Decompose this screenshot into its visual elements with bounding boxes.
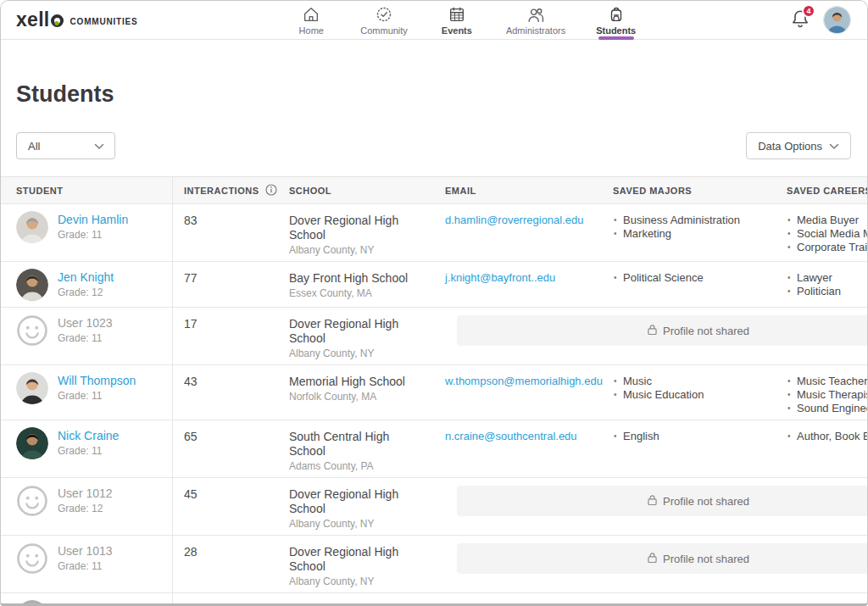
student-grade: Grade: 11: [58, 560, 113, 573]
student-email-link[interactable]: k.soto@rushmore.edu: [445, 603, 554, 606]
notification-count-badge: 4: [802, 4, 815, 18]
school-name: Dover Regional High School: [289, 487, 427, 516]
table-row: Devin Hamlin Grade: 11 83 Dover Regional…: [1, 204, 868, 262]
column-header-email: EMAIL: [434, 177, 602, 203]
column-header-label: INTERACTIONS: [184, 186, 259, 196]
lock-icon: [648, 552, 657, 566]
logo-suffix: COMMUNITIES: [70, 14, 138, 26]
toolbar: All Data Options: [16, 132, 851, 159]
student-grade: Grade: 12: [58, 503, 113, 515]
saved-majors-list: EngineeringBiomedical Engineering: [613, 603, 769, 606]
xello-logo[interactable]: xell COMMUNITIES: [16, 10, 138, 30]
column-header-school: SCHOOL: [278, 177, 434, 203]
list-item: Music Education: [613, 388, 769, 402]
student-email-link[interactable]: n.craine@southcentral.edu: [445, 430, 577, 442]
saved-majors-list: English: [613, 430, 769, 443]
nav-item-students[interactable]: Students: [596, 1, 636, 40]
column-header-saved-majors: SAVED MAJORS: [602, 177, 776, 203]
table-row: Jen Knight Grade: 12 77 Bay Front High S…: [1, 262, 868, 308]
student-email-link[interactable]: j.knight@bayfront..edu: [445, 271, 555, 284]
student-filter-dropdown[interactable]: All: [16, 132, 115, 159]
interactions-cell: 43: [173, 365, 278, 420]
school-name: Rushmore Academy: [289, 603, 427, 606]
student-cell: Devin Hamlin Grade: 11: [1, 204, 173, 261]
interactions-cell: 65: [173, 420, 278, 477]
profile-not-shared-cell: Profile not shared: [434, 536, 868, 592]
list-item: Business Administration: [613, 214, 769, 227]
student-grade: Grade: 11: [58, 390, 136, 403]
school-cell: Memorial High School Norfolk County, MA: [278, 365, 434, 420]
column-header-interactions: INTERACTIONS: [173, 177, 278, 203]
table-header-row: STUDENT INTERACTIONS SCHOOL EMAIL SAVED …: [1, 176, 868, 204]
student-name-link[interactable]: Kim Soto: [58, 602, 106, 606]
saved-careers-cell: Media BuyerSocial Media ManagerCorporate…: [776, 204, 868, 261]
student-email-link[interactable]: w.thompson@memorialhigh.edu: [445, 375, 603, 387]
student-name-link[interactable]: Jen Knight: [58, 270, 114, 285]
email-cell: d.hamlin@roverregional.edu: [434, 204, 602, 261]
top-navbar: xell COMMUNITIES Home Community Event: [1, 1, 867, 40]
school-cell: South Central High School Adams County, …: [278, 420, 434, 477]
profile-not-shared-cell: Profile not shared: [434, 308, 868, 364]
student-name: User 1023: [58, 316, 113, 331]
saved-careers-cell: Author, Book Editor: [776, 420, 868, 477]
list-item: Media Buyer: [787, 214, 868, 227]
school-location: Albany County, NY: [289, 244, 427, 257]
table-body: Devin Hamlin Grade: 11 83 Dover Regional…: [1, 204, 868, 606]
student-name-link[interactable]: Will Thompson: [58, 374, 136, 388]
student-email-link[interactable]: d.hamlin@roverregional.edu: [445, 214, 584, 226]
home-icon: [302, 5, 320, 24]
info-icon[interactable]: [265, 184, 277, 197]
list-item: Engineer: [787, 603, 868, 606]
saved-careers-cell: EngineerBiomedical EngineerDoctor: [776, 593, 868, 606]
student-avatar: [16, 372, 48, 404]
saved-majors-list: Business AdministrationMarketing: [613, 214, 769, 241]
nav-item-administrators[interactable]: Administrators: [506, 1, 565, 40]
nav-label: Home: [299, 25, 324, 36]
nav-label: Students: [596, 25, 636, 36]
data-options-label: Data Options: [758, 140, 822, 153]
student-avatar: [16, 427, 48, 459]
saved-majors-cell: Business AdministrationMarketing: [602, 204, 776, 261]
saved-majors-list: MusicMusic Education: [613, 375, 769, 402]
notifications-bell-icon[interactable]: 4: [791, 8, 810, 31]
email-cell: w.thompson@memorialhigh.edu: [434, 365, 602, 420]
student-grade: Grade: 11: [58, 332, 113, 345]
main-nav: Home Community Events Administrators: [138, 1, 792, 40]
nav-item-events[interactable]: Events: [438, 1, 476, 40]
school-name: South Central High School: [289, 430, 427, 459]
student-cell: User 1023 Grade: 11: [1, 308, 173, 364]
nav-item-community[interactable]: Community: [360, 1, 408, 40]
students-table: STUDENT INTERACTIONS SCHOOL EMAIL SAVED …: [1, 176, 868, 606]
school-cell: Dover Regional High School Albany County…: [278, 204, 434, 261]
saved-majors-cell: Political Science: [602, 262, 776, 307]
student-avatar: [16, 600, 48, 606]
list-item: Political Science: [613, 271, 769, 285]
interactions-cell: 83: [173, 204, 278, 261]
email-cell: j.knight@bayfront..edu: [434, 262, 602, 307]
school-name: Dover Regional High School: [289, 317, 427, 346]
community-icon: [375, 5, 393, 24]
user-avatar[interactable]: [824, 7, 850, 33]
student-name: User 1013: [58, 544, 113, 559]
list-item: Music: [613, 375, 769, 388]
student-name-link[interactable]: Nick Craine: [58, 429, 119, 443]
table-row: User 1023 Grade: 11 17 Dover Regional Hi…: [1, 308, 868, 365]
data-options-button[interactable]: Data Options: [746, 132, 851, 159]
list-item: Music Therapist: [787, 388, 868, 402]
saved-careers-list: Music TeacherMusic TherapistSound Engine…: [787, 375, 868, 415]
nav-item-home[interactable]: Home: [292, 1, 330, 40]
student-cell: Nick Craine Grade: 11: [1, 420, 173, 477]
school-name: Memorial High School: [289, 375, 427, 389]
page-title: Students: [16, 81, 867, 108]
interactions-cell: 77: [173, 262, 278, 307]
administrators-icon: [526, 5, 546, 24]
student-name-link[interactable]: Devin Hamlin: [58, 213, 128, 227]
profile-not-shared-badge: Profile not shared: [457, 543, 868, 574]
student-cell: Jen Knight Grade: 12: [1, 262, 173, 307]
saved-majors-cell: English: [602, 420, 776, 477]
school-location: Norfolk County, MA: [289, 391, 427, 403]
nav-label: Community: [360, 25, 408, 36]
saved-careers-cell: LawyerPolitician: [776, 262, 868, 307]
profile-not-shared-badge: Profile not shared: [457, 486, 868, 516]
topbar-right: 4: [791, 7, 850, 33]
